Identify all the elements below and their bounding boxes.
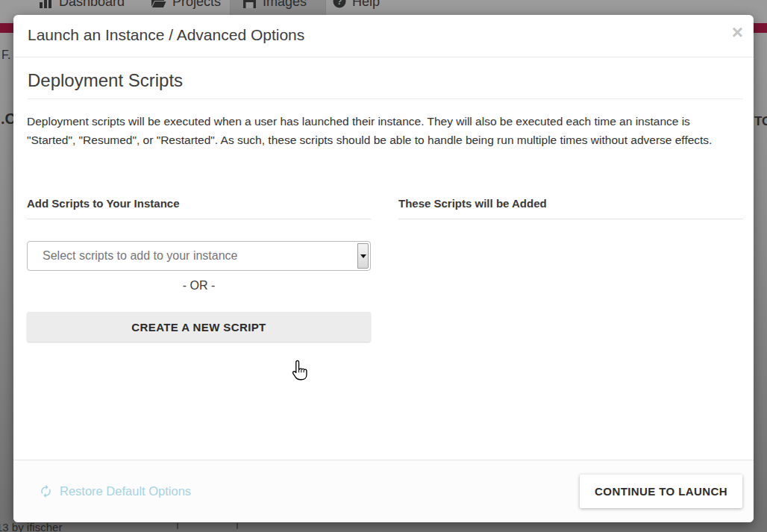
- added-scripts-column: These Scripts will be Added: [398, 197, 743, 342]
- deployment-scripts-heading: Deployment Scripts: [28, 69, 743, 99]
- continue-to-launch-button[interactable]: CONTINUE TO LAUNCH: [580, 475, 742, 508]
- refresh-icon: [39, 484, 53, 498]
- add-scripts-column: Add Scripts to Your Instance Select scri…: [27, 197, 371, 342]
- modal-header: Launch an Instance / Advanced Options ×: [13, 15, 754, 57]
- restore-defaults-link[interactable]: Restore Default Options: [39, 484, 191, 498]
- background-text-fragment: F.: [1, 48, 10, 62]
- scripts-select[interactable]: Select scripts to add to your instance: [27, 241, 371, 271]
- background-text-fragment: 13 by ifischer: [0, 521, 62, 532]
- help-circle-icon: ?: [333, 0, 346, 8]
- or-separator: - OR -: [27, 278, 371, 294]
- restore-defaults-label: Restore Default Options: [60, 484, 191, 498]
- nav-tab-label: Dashboard: [59, 0, 125, 10]
- close-icon[interactable]: ×: [732, 22, 743, 42]
- modal-body: Deployment Scripts Deployment scripts wi…: [13, 69, 754, 342]
- scripts-columns: Add Scripts to Your Instance Select scri…: [27, 197, 743, 342]
- dropdown-arrow-icon: [357, 243, 369, 269]
- modal-footer: Restore Default Options CONTINUE TO LAUN…: [13, 460, 754, 522]
- advanced-options-modal: Launch an Instance / Advanced Options × …: [13, 15, 754, 522]
- background-text-fragment: TO: [754, 114, 767, 129]
- modal-title: Launch an Instance / Advanced Options: [28, 26, 304, 44]
- screen: Dashboard Projects Images: [0, 0, 767, 532]
- deployment-scripts-description: Deployment scripts will be executed when…: [27, 112, 736, 149]
- add-scripts-heading: Add Scripts to Your Instance: [27, 197, 371, 219]
- svg-text:?: ?: [336, 0, 342, 7]
- folder-icon: [151, 0, 166, 9]
- nav-tab-label: Images: [263, 0, 307, 10]
- background-artifact: [177, 523, 178, 529]
- hand-cursor-icon: [288, 359, 310, 383]
- added-scripts-heading: These Scripts will be Added: [398, 197, 743, 219]
- create-script-button[interactable]: CREATE A NEW SCRIPT: [27, 312, 371, 342]
- column-gap: [371, 197, 398, 342]
- scripts-select-value: Select scripts to add to your instance: [43, 249, 237, 263]
- save-icon: [242, 0, 257, 9]
- nav-tab-label: Projects: [172, 0, 221, 10]
- background-artifact: [237, 523, 238, 529]
- nav-tab-label: Help: [352, 0, 380, 10]
- background-nav-row: Dashboard Projects Images: [0, 0, 767, 16]
- bar-chart-icon: [39, 0, 53, 9]
